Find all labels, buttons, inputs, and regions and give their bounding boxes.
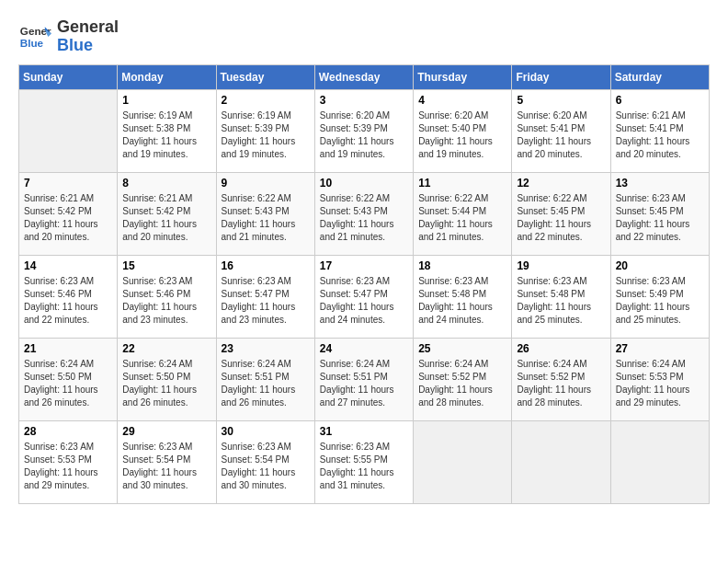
day-info: Sunrise: 6:24 AM Sunset: 5:52 PM Dayligh… xyxy=(517,358,605,409)
day-cell: 27Sunrise: 6:24 AM Sunset: 5:53 PM Dayli… xyxy=(610,338,709,420)
day-cell: 17Sunrise: 6:23 AM Sunset: 5:47 PM Dayli… xyxy=(314,255,413,338)
day-cell: 5Sunrise: 6:20 AM Sunset: 5:41 PM Daylig… xyxy=(512,89,610,172)
day-number: 14 xyxy=(24,259,112,272)
day-number: 8 xyxy=(122,177,210,190)
day-cell xyxy=(414,420,512,503)
day-info: Sunrise: 6:22 AM Sunset: 5:45 PM Dayligh… xyxy=(517,192,605,244)
header-wednesday: Wednesday xyxy=(314,64,413,89)
day-number: 5 xyxy=(517,94,605,107)
day-info: Sunrise: 6:23 AM Sunset: 5:55 PM Dayligh… xyxy=(320,441,408,492)
header-monday: Monday xyxy=(118,64,216,89)
logo-icon: General Blue xyxy=(18,20,51,53)
day-number: 23 xyxy=(222,342,310,355)
header-row: SundayMondayTuesdayWednesdayThursdayFrid… xyxy=(19,64,710,89)
header-saturday: Saturday xyxy=(610,64,709,89)
day-cell: 22Sunrise: 6:24 AM Sunset: 5:50 PM Dayli… xyxy=(118,338,216,420)
logo: General Blue General Blue xyxy=(18,18,119,55)
day-info: Sunrise: 6:24 AM Sunset: 5:51 PM Dayligh… xyxy=(222,358,310,409)
header-thursday: Thursday xyxy=(414,64,512,89)
day-cell: 6Sunrise: 6:21 AM Sunset: 5:41 PM Daylig… xyxy=(610,89,709,172)
day-cell: 2Sunrise: 6:19 AM Sunset: 5:39 PM Daylig… xyxy=(216,89,314,172)
day-cell: 19Sunrise: 6:23 AM Sunset: 5:48 PM Dayli… xyxy=(512,255,610,338)
day-info: Sunrise: 6:22 AM Sunset: 5:44 PM Dayligh… xyxy=(418,192,506,244)
page-header: General Blue General Blue xyxy=(18,18,710,55)
day-number: 31 xyxy=(320,425,408,438)
header-tuesday: Tuesday xyxy=(216,64,314,89)
logo-text-general: General xyxy=(57,18,119,37)
day-cell: 3Sunrise: 6:20 AM Sunset: 5:39 PM Daylig… xyxy=(314,89,413,172)
day-number: 12 xyxy=(517,177,605,190)
day-cell: 31Sunrise: 6:23 AM Sunset: 5:55 PM Dayli… xyxy=(314,420,413,503)
day-info: Sunrise: 6:21 AM Sunset: 5:42 PM Dayligh… xyxy=(24,192,112,244)
day-info: Sunrise: 6:19 AM Sunset: 5:39 PM Dayligh… xyxy=(222,109,310,161)
day-number: 4 xyxy=(418,94,506,107)
day-number: 28 xyxy=(24,425,112,438)
day-number: 3 xyxy=(320,94,408,107)
day-number: 19 xyxy=(517,259,605,272)
day-number: 15 xyxy=(122,259,210,272)
svg-text:Blue: Blue xyxy=(20,37,44,49)
day-cell: 8Sunrise: 6:21 AM Sunset: 5:42 PM Daylig… xyxy=(118,172,216,255)
day-number: 20 xyxy=(616,259,704,272)
day-info: Sunrise: 6:24 AM Sunset: 5:52 PM Dayligh… xyxy=(418,358,506,409)
day-cell xyxy=(512,420,610,503)
day-info: Sunrise: 6:23 AM Sunset: 5:53 PM Dayligh… xyxy=(24,441,112,492)
week-row-4: 21Sunrise: 6:24 AM Sunset: 5:50 PM Dayli… xyxy=(19,338,710,420)
day-number: 9 xyxy=(222,177,310,190)
week-row-1: 1Sunrise: 6:19 AM Sunset: 5:38 PM Daylig… xyxy=(19,89,710,172)
day-number: 25 xyxy=(418,342,506,355)
day-info: Sunrise: 6:20 AM Sunset: 5:39 PM Dayligh… xyxy=(320,109,408,161)
day-info: Sunrise: 6:23 AM Sunset: 5:49 PM Dayligh… xyxy=(616,275,704,327)
day-info: Sunrise: 6:20 AM Sunset: 5:41 PM Dayligh… xyxy=(517,109,605,161)
day-cell: 30Sunrise: 6:23 AM Sunset: 5:54 PM Dayli… xyxy=(216,420,314,503)
day-info: Sunrise: 6:23 AM Sunset: 5:54 PM Dayligh… xyxy=(222,441,310,492)
day-info: Sunrise: 6:21 AM Sunset: 5:42 PM Dayligh… xyxy=(122,192,210,244)
day-cell: 23Sunrise: 6:24 AM Sunset: 5:51 PM Dayli… xyxy=(216,338,314,420)
day-cell xyxy=(610,420,709,503)
logo-text-blue: Blue xyxy=(57,37,119,55)
day-cell: 10Sunrise: 6:22 AM Sunset: 5:43 PM Dayli… xyxy=(314,172,413,255)
day-cell: 9Sunrise: 6:22 AM Sunset: 5:43 PM Daylig… xyxy=(216,172,314,255)
day-number: 2 xyxy=(222,94,310,107)
day-cell: 7Sunrise: 6:21 AM Sunset: 5:42 PM Daylig… xyxy=(19,172,118,255)
day-cell: 20Sunrise: 6:23 AM Sunset: 5:49 PM Dayli… xyxy=(610,255,709,338)
day-number: 27 xyxy=(616,342,704,355)
day-info: Sunrise: 6:22 AM Sunset: 5:43 PM Dayligh… xyxy=(320,192,408,244)
day-number: 11 xyxy=(418,177,506,190)
day-info: Sunrise: 6:21 AM Sunset: 5:41 PM Dayligh… xyxy=(616,109,704,161)
day-info: Sunrise: 6:19 AM Sunset: 5:38 PM Dayligh… xyxy=(122,109,210,161)
day-number: 24 xyxy=(320,342,408,355)
day-cell: 28Sunrise: 6:23 AM Sunset: 5:53 PM Dayli… xyxy=(19,420,118,503)
day-cell: 13Sunrise: 6:23 AM Sunset: 5:45 PM Dayli… xyxy=(610,172,709,255)
day-cell: 24Sunrise: 6:24 AM Sunset: 5:51 PM Dayli… xyxy=(314,338,413,420)
day-info: Sunrise: 6:23 AM Sunset: 5:45 PM Dayligh… xyxy=(616,192,704,244)
day-number: 10 xyxy=(320,177,408,190)
day-number: 7 xyxy=(24,177,112,190)
day-info: Sunrise: 6:23 AM Sunset: 5:46 PM Dayligh… xyxy=(122,275,210,327)
day-cell: 21Sunrise: 6:24 AM Sunset: 5:50 PM Dayli… xyxy=(19,338,118,420)
day-info: Sunrise: 6:23 AM Sunset: 5:46 PM Dayligh… xyxy=(24,275,112,327)
day-info: Sunrise: 6:22 AM Sunset: 5:43 PM Dayligh… xyxy=(222,192,310,244)
calendar-table: SundayMondayTuesdayWednesdayThursdayFrid… xyxy=(18,64,710,504)
header-sunday: Sunday xyxy=(19,64,118,89)
day-info: Sunrise: 6:23 AM Sunset: 5:48 PM Dayligh… xyxy=(517,275,605,327)
week-row-5: 28Sunrise: 6:23 AM Sunset: 5:53 PM Dayli… xyxy=(19,420,710,503)
day-cell: 16Sunrise: 6:23 AM Sunset: 5:47 PM Dayli… xyxy=(216,255,314,338)
day-info: Sunrise: 6:20 AM Sunset: 5:40 PM Dayligh… xyxy=(418,109,506,161)
day-number: 6 xyxy=(616,94,704,107)
day-number: 30 xyxy=(222,425,310,438)
day-cell: 11Sunrise: 6:22 AM Sunset: 5:44 PM Dayli… xyxy=(414,172,512,255)
day-number: 26 xyxy=(517,342,605,355)
day-info: Sunrise: 6:24 AM Sunset: 5:53 PM Dayligh… xyxy=(616,358,704,409)
day-info: Sunrise: 6:23 AM Sunset: 5:48 PM Dayligh… xyxy=(418,275,506,327)
day-info: Sunrise: 6:24 AM Sunset: 5:50 PM Dayligh… xyxy=(24,358,112,409)
day-info: Sunrise: 6:24 AM Sunset: 5:50 PM Dayligh… xyxy=(122,358,210,409)
day-cell: 29Sunrise: 6:23 AM Sunset: 5:54 PM Dayli… xyxy=(118,420,216,503)
day-number: 29 xyxy=(122,425,210,438)
day-cell: 25Sunrise: 6:24 AM Sunset: 5:52 PM Dayli… xyxy=(414,338,512,420)
day-number: 16 xyxy=(222,259,310,272)
week-row-3: 14Sunrise: 6:23 AM Sunset: 5:46 PM Dayli… xyxy=(19,255,710,338)
day-cell: 18Sunrise: 6:23 AM Sunset: 5:48 PM Dayli… xyxy=(414,255,512,338)
day-number: 22 xyxy=(122,342,210,355)
day-cell: 4Sunrise: 6:20 AM Sunset: 5:40 PM Daylig… xyxy=(414,89,512,172)
